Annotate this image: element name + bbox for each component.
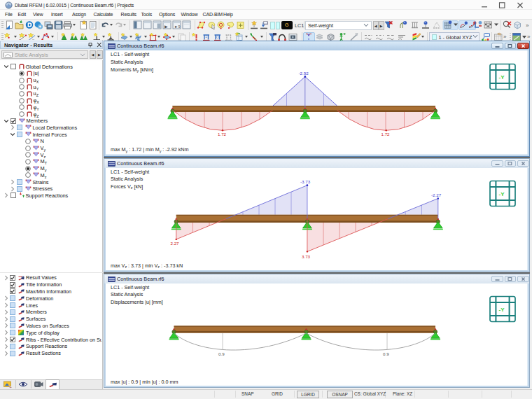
svg-text:-2.27: -2.27 <box>431 192 442 197</box>
svg-text:LC1 - Self-weight: LC1 - Self-weight <box>111 51 149 57</box>
svg-text:2.27: 2.27 <box>171 241 180 246</box>
svg-text:max My : 1.72 | min My : -2.92: max My : 1.72 | min My : -2.92 kNm <box>111 146 189 153</box>
svg-text:»: » <box>526 22 529 29</box>
svg-text:Static Analysis: Static Analysis <box>111 291 144 298</box>
svg-text:▶: ▶ <box>164 24 168 29</box>
svg-text:max |u| : 0.9 | min |u| : 0.0: max |u| : 0.9 | min |u| : 0.0 mm <box>111 379 178 385</box>
svg-text:►9: ►9 <box>174 24 181 29</box>
svg-text:Forces Vz [kN]: Forces Vz [kN] <box>111 183 143 190</box>
svg-text:1.72: 1.72 <box>382 132 391 136</box>
svg-text:-Y: -Y <box>499 74 505 80</box>
svg-text:Static Analysis: Static Analysis <box>111 59 144 65</box>
svg-text:LC1 - Self-weight: LC1 - Self-weight <box>111 168 149 174</box>
svg-text:LC1 - Self-weight: LC1 - Self-weight <box>111 284 149 290</box>
svg-text:Moments My [kNm]: Moments My [kNm] <box>111 66 153 73</box>
svg-text:0.9: 0.9 <box>218 351 225 356</box>
svg-text:1.72: 1.72 <box>218 132 227 136</box>
svg-text:3.73: 3.73 <box>302 253 311 258</box>
svg-text:-Y: -Y <box>499 191 505 197</box>
svg-text:Static Analysis: Static Analysis <box>111 176 144 182</box>
svg-text:-Y: -Y <box>499 307 505 313</box>
svg-text:0.9: 0.9 <box>383 351 389 356</box>
svg-text:-2.92: -2.92 <box>299 70 309 75</box>
svg-text:-3.73: -3.73 <box>300 178 311 183</box>
svg-text:Displacements |u| [mm]: Displacements |u| [mm] <box>111 298 163 304</box>
svg-text:max Vz : 3.73 | min Vz : -3.73: max Vz : 3.73 | min Vz : -3.73 kN <box>111 262 183 269</box>
